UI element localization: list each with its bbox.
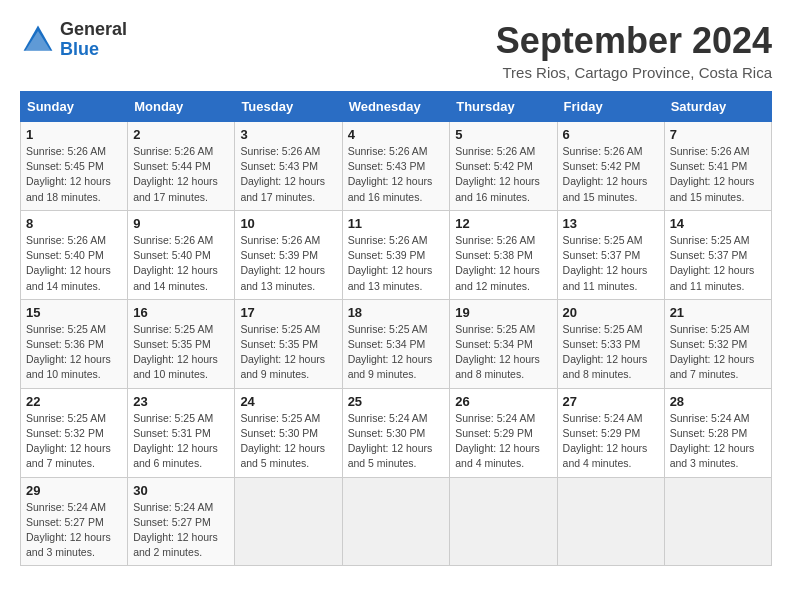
day-cell <box>235 477 342 566</box>
day-detail: Sunrise: 5:24 AMSunset: 5:27 PMDaylight:… <box>133 501 218 559</box>
day-cell: 6 Sunrise: 5:26 AMSunset: 5:42 PMDayligh… <box>557 122 664 211</box>
week-row-1: 1 Sunrise: 5:26 AMSunset: 5:45 PMDayligh… <box>21 122 772 211</box>
day-cell: 7 Sunrise: 5:26 AMSunset: 5:41 PMDayligh… <box>664 122 771 211</box>
day-number: 18 <box>348 305 445 320</box>
day-detail: Sunrise: 5:26 AMSunset: 5:40 PMDaylight:… <box>133 234 218 292</box>
day-number: 21 <box>670 305 766 320</box>
day-cell <box>342 477 450 566</box>
day-detail: Sunrise: 5:26 AMSunset: 5:43 PMDaylight:… <box>348 145 433 203</box>
calendar-table: SundayMondayTuesdayWednesdayThursdayFrid… <box>20 91 772 566</box>
day-detail: Sunrise: 5:25 AMSunset: 5:37 PMDaylight:… <box>670 234 755 292</box>
day-cell <box>664 477 771 566</box>
day-number: 14 <box>670 216 766 231</box>
day-number: 12 <box>455 216 551 231</box>
day-detail: Sunrise: 5:24 AMSunset: 5:29 PMDaylight:… <box>563 412 648 470</box>
logo-icon <box>20 22 56 58</box>
header: General Blue September 2024 Tres Rios, C… <box>20 20 772 81</box>
week-row-2: 8 Sunrise: 5:26 AMSunset: 5:40 PMDayligh… <box>21 210 772 299</box>
day-detail: Sunrise: 5:25 AMSunset: 5:32 PMDaylight:… <box>26 412 111 470</box>
column-header-friday: Friday <box>557 92 664 122</box>
day-cell: 26 Sunrise: 5:24 AMSunset: 5:29 PMDaylig… <box>450 388 557 477</box>
day-detail: Sunrise: 5:26 AMSunset: 5:41 PMDaylight:… <box>670 145 755 203</box>
day-cell: 22 Sunrise: 5:25 AMSunset: 5:32 PMDaylig… <box>21 388 128 477</box>
day-cell: 4 Sunrise: 5:26 AMSunset: 5:43 PMDayligh… <box>342 122 450 211</box>
day-number: 4 <box>348 127 445 142</box>
day-number: 5 <box>455 127 551 142</box>
week-row-4: 22 Sunrise: 5:25 AMSunset: 5:32 PMDaylig… <box>21 388 772 477</box>
month-title: September 2024 <box>496 20 772 62</box>
day-detail: Sunrise: 5:24 AMSunset: 5:30 PMDaylight:… <box>348 412 433 470</box>
logo-text: General Blue <box>60 20 127 60</box>
day-detail: Sunrise: 5:25 AMSunset: 5:34 PMDaylight:… <box>348 323 433 381</box>
day-cell: 21 Sunrise: 5:25 AMSunset: 5:32 PMDaylig… <box>664 299 771 388</box>
day-cell: 28 Sunrise: 5:24 AMSunset: 5:28 PMDaylig… <box>664 388 771 477</box>
day-detail: Sunrise: 5:26 AMSunset: 5:42 PMDaylight:… <box>455 145 540 203</box>
header-row: SundayMondayTuesdayWednesdayThursdayFrid… <box>21 92 772 122</box>
day-detail: Sunrise: 5:25 AMSunset: 5:33 PMDaylight:… <box>563 323 648 381</box>
day-cell <box>557 477 664 566</box>
day-cell: 10 Sunrise: 5:26 AMSunset: 5:39 PMDaylig… <box>235 210 342 299</box>
day-detail: Sunrise: 5:26 AMSunset: 5:42 PMDaylight:… <box>563 145 648 203</box>
day-detail: Sunrise: 5:26 AMSunset: 5:43 PMDaylight:… <box>240 145 325 203</box>
day-detail: Sunrise: 5:26 AMSunset: 5:40 PMDaylight:… <box>26 234 111 292</box>
week-row-5: 29 Sunrise: 5:24 AMSunset: 5:27 PMDaylig… <box>21 477 772 566</box>
day-detail: Sunrise: 5:25 AMSunset: 5:36 PMDaylight:… <box>26 323 111 381</box>
day-cell: 18 Sunrise: 5:25 AMSunset: 5:34 PMDaylig… <box>342 299 450 388</box>
location-title: Tres Rios, Cartago Province, Costa Rica <box>496 64 772 81</box>
day-number: 23 <box>133 394 229 409</box>
day-detail: Sunrise: 5:26 AMSunset: 5:45 PMDaylight:… <box>26 145 111 203</box>
day-number: 26 <box>455 394 551 409</box>
day-number: 13 <box>563 216 659 231</box>
day-number: 25 <box>348 394 445 409</box>
day-detail: Sunrise: 5:25 AMSunset: 5:34 PMDaylight:… <box>455 323 540 381</box>
column-header-wednesday: Wednesday <box>342 92 450 122</box>
day-cell <box>450 477 557 566</box>
day-number: 7 <box>670 127 766 142</box>
day-cell: 24 Sunrise: 5:25 AMSunset: 5:30 PMDaylig… <box>235 388 342 477</box>
day-detail: Sunrise: 5:26 AMSunset: 5:38 PMDaylight:… <box>455 234 540 292</box>
day-cell: 12 Sunrise: 5:26 AMSunset: 5:38 PMDaylig… <box>450 210 557 299</box>
day-detail: Sunrise: 5:24 AMSunset: 5:28 PMDaylight:… <box>670 412 755 470</box>
day-cell: 2 Sunrise: 5:26 AMSunset: 5:44 PMDayligh… <box>128 122 235 211</box>
day-detail: Sunrise: 5:25 AMSunset: 5:30 PMDaylight:… <box>240 412 325 470</box>
day-number: 3 <box>240 127 336 142</box>
day-number: 19 <box>455 305 551 320</box>
day-detail: Sunrise: 5:24 AMSunset: 5:29 PMDaylight:… <box>455 412 540 470</box>
day-cell: 19 Sunrise: 5:25 AMSunset: 5:34 PMDaylig… <box>450 299 557 388</box>
day-cell: 13 Sunrise: 5:25 AMSunset: 5:37 PMDaylig… <box>557 210 664 299</box>
day-detail: Sunrise: 5:25 AMSunset: 5:32 PMDaylight:… <box>670 323 755 381</box>
day-detail: Sunrise: 5:26 AMSunset: 5:39 PMDaylight:… <box>348 234 433 292</box>
column-header-tuesday: Tuesday <box>235 92 342 122</box>
day-detail: Sunrise: 5:25 AMSunset: 5:35 PMDaylight:… <box>240 323 325 381</box>
day-number: 30 <box>133 483 229 498</box>
day-cell: 27 Sunrise: 5:24 AMSunset: 5:29 PMDaylig… <box>557 388 664 477</box>
day-detail: Sunrise: 5:24 AMSunset: 5:27 PMDaylight:… <box>26 501 111 559</box>
day-cell: 1 Sunrise: 5:26 AMSunset: 5:45 PMDayligh… <box>21 122 128 211</box>
day-number: 16 <box>133 305 229 320</box>
day-number: 27 <box>563 394 659 409</box>
day-number: 9 <box>133 216 229 231</box>
day-cell: 15 Sunrise: 5:25 AMSunset: 5:36 PMDaylig… <box>21 299 128 388</box>
day-cell: 16 Sunrise: 5:25 AMSunset: 5:35 PMDaylig… <box>128 299 235 388</box>
day-cell: 20 Sunrise: 5:25 AMSunset: 5:33 PMDaylig… <box>557 299 664 388</box>
title-area: September 2024 Tres Rios, Cartago Provin… <box>496 20 772 81</box>
day-number: 29 <box>26 483 122 498</box>
day-number: 22 <box>26 394 122 409</box>
day-cell: 14 Sunrise: 5:25 AMSunset: 5:37 PMDaylig… <box>664 210 771 299</box>
day-number: 11 <box>348 216 445 231</box>
day-detail: Sunrise: 5:26 AMSunset: 5:39 PMDaylight:… <box>240 234 325 292</box>
logo: General Blue <box>20 20 127 60</box>
day-number: 10 <box>240 216 336 231</box>
day-number: 2 <box>133 127 229 142</box>
day-cell: 23 Sunrise: 5:25 AMSunset: 5:31 PMDaylig… <box>128 388 235 477</box>
column-header-monday: Monday <box>128 92 235 122</box>
day-detail: Sunrise: 5:25 AMSunset: 5:37 PMDaylight:… <box>563 234 648 292</box>
day-cell: 29 Sunrise: 5:24 AMSunset: 5:27 PMDaylig… <box>21 477 128 566</box>
day-number: 1 <box>26 127 122 142</box>
column-header-thursday: Thursday <box>450 92 557 122</box>
day-cell: 30 Sunrise: 5:24 AMSunset: 5:27 PMDaylig… <box>128 477 235 566</box>
week-row-3: 15 Sunrise: 5:25 AMSunset: 5:36 PMDaylig… <box>21 299 772 388</box>
svg-marker-1 <box>25 31 50 51</box>
day-detail: Sunrise: 5:25 AMSunset: 5:31 PMDaylight:… <box>133 412 218 470</box>
day-cell: 5 Sunrise: 5:26 AMSunset: 5:42 PMDayligh… <box>450 122 557 211</box>
